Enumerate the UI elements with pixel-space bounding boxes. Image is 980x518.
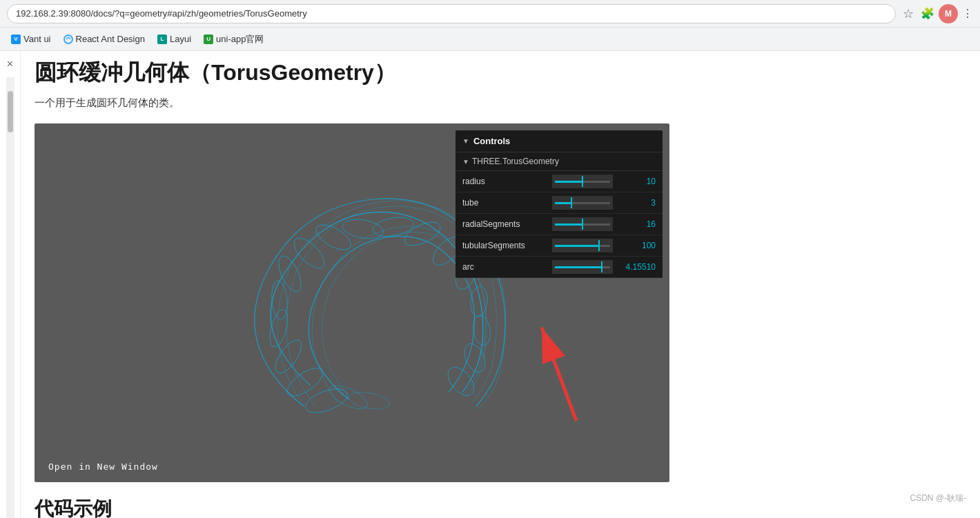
bookmark-vant[interactable]: V Vant ui (6, 31, 57, 47)
slider-tubularSegments[interactable] (552, 239, 613, 252)
controls-value-radius: 10 (614, 177, 656, 186)
svg-line-21 (542, 328, 576, 421)
code-example-title: 代码示例 (35, 496, 952, 518)
profile-avatar[interactable]: M (939, 4, 958, 23)
svg-point-3 (271, 336, 306, 377)
svg-point-16 (460, 341, 489, 376)
menu-icon[interactable]: ⋮ (962, 7, 973, 20)
svg-point-2 (283, 363, 327, 401)
bookmarks-bar: V Vant ui React Ant Design L Layui U uni… (0, 28, 980, 51)
ant-logo-icon (63, 34, 73, 44)
slider-arc[interactable] (552, 260, 613, 274)
svg-point-19 (348, 390, 391, 412)
left-sidebar: × (0, 51, 21, 518)
controls-label-arc: arc (462, 262, 552, 272)
csdn-watermark: CSDN @-耿瑞- (910, 492, 966, 504)
bottom-section: 代码示例 (35, 496, 952, 518)
bookmark-layui[interactable]: L Layui (152, 31, 197, 47)
controls-panel: ▼ Controls ▼ THREE.TorusGeometry radius1… (455, 130, 663, 278)
profile-icons: 🧩 M ⋮ (921, 4, 973, 23)
bookmark-uniapp-label: uni-app官网 (216, 33, 264, 46)
controls-title: Controls (473, 136, 510, 146)
sidebar-close-icon[interactable]: × (7, 58, 13, 70)
address-input[interactable]: 192.168.2.39:8080/docs/?q=geometry#api/z… (7, 4, 896, 23)
controls-value-radialSegments: 16 (614, 219, 656, 229)
main-content: 圆环缓冲几何体（TorusGeometry） 一个用于生成圆环几何体的类。 (21, 51, 980, 518)
bookmark-layui-label: Layui (170, 34, 191, 44)
controls-row-radius[interactable]: radius10 (455, 171, 663, 192)
slider-radialSegments[interactable] (552, 217, 613, 231)
svg-point-8 (312, 220, 354, 255)
controls-label-tubularSegments: tubularSegments (462, 241, 552, 250)
controls-label-tube: tube (462, 198, 552, 208)
svg-point-5 (271, 280, 289, 320)
address-bar: 192.168.2.39:8080/docs/?q=geometry#api/z… (0, 0, 980, 28)
controls-section-title: THREE.TorusGeometry (472, 157, 559, 166)
svg-point-17 (443, 363, 479, 401)
page-content: × 圆环缓冲几何体（TorusGeometry） 一个用于生成圆环几何体的类。 (0, 51, 980, 518)
controls-value-arc: 4.15510 (614, 262, 656, 272)
controls-value-tubularSegments: 100 (614, 241, 656, 250)
uniapp-logo-icon: U (204, 34, 213, 44)
svg-point-11 (401, 217, 444, 250)
extensions-icon[interactable]: 🧩 (921, 7, 934, 20)
slider-tube[interactable] (552, 196, 613, 210)
star-icon[interactable]: ☆ (903, 6, 914, 21)
layui-logo-icon: L (157, 34, 167, 44)
svg-point-10 (371, 215, 415, 239)
bookmark-uniapp[interactable]: U uni-app官网 (198, 30, 269, 48)
controls-row-arc[interactable]: arc4.15510 (455, 257, 663, 278)
svg-point-7 (289, 233, 329, 273)
controls-header: ▼ Controls (455, 130, 663, 152)
controls-row-radialSegments[interactable]: radialSegments16 (455, 214, 663, 235)
svg-point-0 (64, 35, 72, 43)
address-text: 192.168.2.39:8080/docs/?q=geometry#api/z… (16, 8, 307, 19)
svg-point-6 (274, 253, 305, 295)
bookmark-react-ant-label: React Ant Design (76, 34, 145, 44)
bookmark-react-ant[interactable]: React Ant Design (58, 31, 150, 47)
controls-value-tube: 3 (614, 198, 656, 208)
slider-radius[interactable] (552, 175, 613, 188)
vant-logo-icon: V (11, 34, 21, 44)
controls-row-tube[interactable]: tube3 (455, 192, 663, 214)
page-subtitle: 一个用于生成圆环几何体的类。 (35, 97, 952, 110)
open-new-window-text[interactable]: Open in New Window (48, 461, 158, 472)
controls-section-header: ▼ THREE.TorusGeometry (455, 152, 663, 171)
scrollbar-track[interactable] (6, 77, 14, 518)
page-title: 圆环缓冲几何体（TorusGeometry） (35, 58, 952, 88)
controls-row-tubularSegments[interactable]: tubularSegments100 (455, 235, 663, 257)
controls-chevron-icon: ▼ (462, 137, 469, 145)
controls-section-chevron-icon: ▼ (462, 158, 469, 166)
red-arrow-annotation (521, 314, 604, 427)
canvas-container[interactable]: ▼ Controls ▼ THREE.TorusGeometry radius1… (35, 123, 669, 482)
bookmark-vant-label: Vant ui (23, 34, 51, 44)
controls-rows-container: radius10tube3radialSegments16tubularSegm… (455, 171, 663, 278)
controls-label-radius: radius (462, 177, 552, 186)
controls-label-radialSegments: radialSegments (462, 219, 552, 229)
scrollbar-thumb[interactable] (8, 91, 13, 132)
svg-point-1 (302, 384, 351, 417)
